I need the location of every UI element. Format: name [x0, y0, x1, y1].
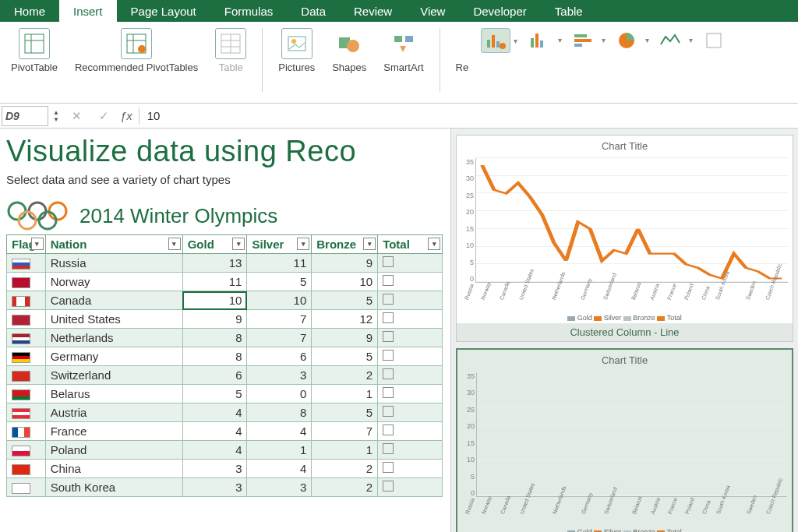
bronze-cell[interactable]: 9 — [312, 329, 378, 347]
bronze-cell[interactable]: 10 — [312, 273, 378, 291]
tab-page-layout[interactable]: Page Layout — [117, 0, 210, 22]
nation-cell[interactable]: Belarus — [45, 385, 182, 403]
name-box-spinner[interactable]: ▲▼ — [53, 109, 59, 123]
pictures-button[interactable]: Pictures — [274, 25, 320, 103]
gold-cell[interactable]: 4 — [182, 403, 247, 422]
gold-cell[interactable]: 9 — [182, 310, 247, 329]
tab-table[interactable]: Table — [541, 0, 597, 22]
nation-cell[interactable]: Russia — [45, 254, 182, 273]
formula-input[interactable] — [146, 107, 798, 124]
smartart-button[interactable]: SmartArt — [379, 25, 428, 103]
fx-icon[interactable]: ƒx — [120, 109, 132, 122]
nation-cell[interactable]: Germany — [45, 347, 182, 366]
column-header-flag[interactable]: Flag▾ — [7, 235, 46, 254]
column-header-total[interactable]: Total▾ — [378, 235, 443, 254]
bronze-cell[interactable]: 7 — [312, 422, 378, 441]
filter-dropdown-icon[interactable]: ▾ — [363, 238, 376, 250]
gold-cell[interactable]: 8 — [182, 347, 247, 366]
table-row[interactable]: France447 — [7, 422, 443, 441]
more-chart-icon[interactable] — [699, 28, 729, 53]
column-header-silver[interactable]: Silver▾ — [247, 235, 312, 254]
tab-home[interactable]: Home — [0, 0, 59, 22]
bronze-cell[interactable]: 1 — [312, 385, 378, 403]
silver-cell[interactable]: 3 — [247, 478, 312, 497]
table-row[interactable]: Switzerland632 — [7, 366, 443, 385]
filter-dropdown-icon[interactable]: ▾ — [232, 238, 245, 250]
gold-cell[interactable]: 6 — [182, 366, 247, 385]
table-button[interactable]: Table — [210, 25, 251, 103]
nation-cell[interactable]: United States — [45, 310, 182, 329]
tab-review[interactable]: Review — [340, 0, 406, 22]
table-row[interactable]: South Korea332 — [7, 478, 443, 497]
total-cell[interactable] — [378, 441, 443, 460]
nation-cell[interactable]: Austria — [45, 403, 182, 422]
silver-cell[interactable]: 0 — [247, 385, 312, 403]
gold-cell[interactable]: 8 — [182, 329, 247, 347]
silver-cell[interactable]: 4 — [247, 460, 312, 478]
column-chart-icon[interactable]: ▾ — [524, 28, 554, 53]
gold-cell[interactable]: 4 — [182, 441, 247, 460]
gold-cell[interactable]: 13 — [182, 254, 247, 273]
nation-cell[interactable]: France — [45, 422, 182, 441]
total-cell[interactable] — [378, 347, 443, 366]
total-cell[interactable] — [378, 273, 443, 291]
total-cell[interactable] — [378, 291, 443, 310]
table-row[interactable]: Russia13119 — [7, 254, 443, 273]
name-box[interactable]: D9 — [2, 106, 48, 126]
formula-cancel-icon[interactable]: ✕ — [65, 109, 93, 123]
pie-chart-icon[interactable]: ▾ — [612, 28, 641, 53]
nation-cell[interactable]: Netherlands — [45, 329, 182, 347]
silver-cell[interactable]: 7 — [247, 310, 312, 329]
tab-data[interactable]: Data — [287, 0, 340, 22]
formula-enter-icon[interactable]: ✓ — [93, 109, 120, 123]
nation-cell[interactable]: China — [45, 460, 182, 478]
table-row[interactable]: United States9712 — [7, 310, 443, 329]
table-row[interactable]: Poland411 — [7, 441, 443, 460]
silver-cell[interactable]: 8 — [247, 403, 312, 422]
tab-formulas[interactable]: Formulas — [210, 0, 288, 22]
silver-cell[interactable]: 11 — [247, 254, 312, 273]
table-row[interactable]: China342 — [7, 460, 443, 478]
bronze-cell[interactable]: 12 — [312, 310, 378, 329]
silver-cell[interactable]: 4 — [247, 422, 312, 441]
total-cell[interactable] — [378, 385, 443, 403]
nation-cell[interactable]: Canada — [45, 291, 182, 310]
tab-insert[interactable]: Insert — [59, 0, 117, 22]
bar-chart-icon[interactable]: ▾ — [568, 28, 598, 53]
pivottable-button[interactable]: PivotTable — [6, 25, 62, 103]
gold-cell[interactable]: 5 — [182, 385, 247, 403]
bronze-cell[interactable]: 9 — [312, 254, 378, 273]
gold-cell[interactable]: 3 — [182, 460, 247, 478]
bronze-cell[interactable]: 2 — [312, 366, 378, 385]
gold-cell[interactable]: 3 — [182, 478, 247, 497]
silver-cell[interactable]: 5 — [247, 273, 312, 291]
column-header-bronze[interactable]: Bronze▾ — [312, 235, 378, 254]
total-cell[interactable] — [378, 422, 443, 441]
line-chart-icon[interactable]: ▾ — [655, 28, 685, 53]
table-row[interactable]: Austria485 — [7, 403, 443, 422]
table-row[interactable]: Canada10105 — [7, 291, 443, 310]
silver-cell[interactable]: 7 — [247, 329, 312, 347]
filter-dropdown-icon[interactable]: ▾ — [168, 238, 181, 250]
total-cell[interactable] — [378, 329, 443, 347]
shapes-button[interactable]: Shapes — [327, 25, 371, 103]
total-cell[interactable] — [378, 310, 443, 329]
recommended-chart-icon[interactable]: ▾ — [481, 28, 510, 53]
chart-preview-0[interactable]: Chart Title35302520151050RussiaNorwayCan… — [456, 135, 793, 342]
nation-cell[interactable]: Switzerland — [45, 366, 182, 385]
tab-developer[interactable]: Developer — [459, 0, 540, 22]
tab-view[interactable]: View — [406, 0, 459, 22]
total-cell[interactable] — [378, 254, 443, 273]
total-cell[interactable] — [378, 366, 443, 385]
gold-cell[interactable]: 11 — [182, 273, 247, 291]
bronze-cell[interactable]: 5 — [312, 347, 378, 366]
table-row[interactable]: Belarus501 — [7, 385, 443, 403]
gold-cell[interactable]: 4 — [182, 422, 247, 441]
bronze-cell[interactable]: 2 — [312, 478, 378, 497]
recommended-charts-button[interactable]: Re — [451, 25, 474, 103]
table-row[interactable]: Netherlands879 — [7, 329, 443, 347]
table-row[interactable]: Germany865 — [7, 347, 443, 366]
total-cell[interactable] — [378, 403, 443, 422]
table-row[interactable]: Norway11510 — [7, 273, 443, 291]
bronze-cell[interactable]: 2 — [312, 460, 378, 478]
